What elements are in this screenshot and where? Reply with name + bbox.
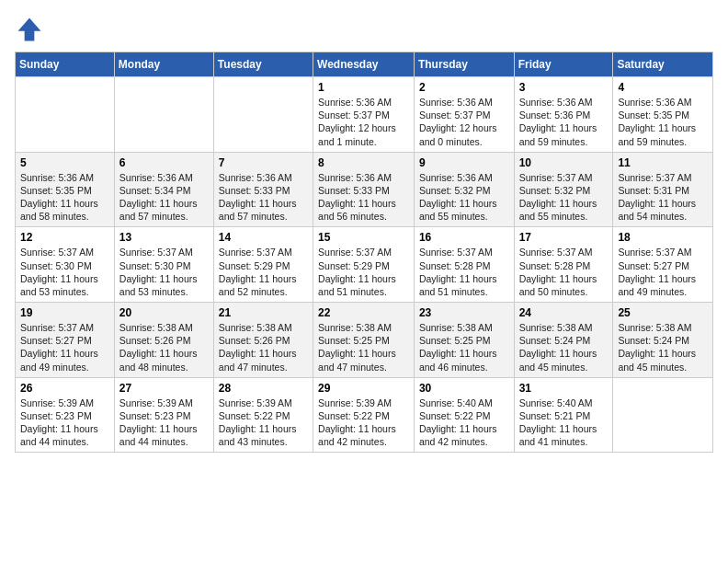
- day-info: Sunrise: 5:38 AM Sunset: 5:26 PM Dayligh…: [219, 321, 308, 373]
- day-number: 17: [519, 231, 609, 244]
- calendar-cell: 25Sunrise: 5:38 AM Sunset: 5:24 PM Dayli…: [613, 303, 713, 378]
- day-number: 28: [219, 382, 308, 395]
- day-info: Sunrise: 5:37 AM Sunset: 5:32 PM Dayligh…: [519, 171, 609, 224]
- day-number: 19: [20, 306, 109, 319]
- column-header-wednesday: Wednesday: [313, 52, 415, 77]
- calendar-cell: 21Sunrise: 5:38 AM Sunset: 5:26 PM Dayli…: [213, 303, 313, 378]
- calendar-cell: 14Sunrise: 5:37 AM Sunset: 5:29 PM Dayli…: [213, 227, 313, 303]
- calendar-cell: 5Sunrise: 5:36 AM Sunset: 5:35 PM Daylig…: [16, 152, 115, 227]
- day-info: Sunrise: 5:36 AM Sunset: 5:35 PM Dayligh…: [20, 171, 109, 224]
- day-info: Sunrise: 5:37 AM Sunset: 5:28 PM Dayligh…: [419, 246, 509, 298]
- day-number: 20: [119, 306, 209, 319]
- day-info: Sunrise: 5:36 AM Sunset: 5:37 PM Dayligh…: [318, 96, 409, 148]
- calendar-cell: 30Sunrise: 5:40 AM Sunset: 5:22 PM Dayli…: [414, 377, 514, 453]
- calendar-cell: 10Sunrise: 5:37 AM Sunset: 5:32 PM Dayli…: [514, 152, 613, 227]
- calendar-cell: 1Sunrise: 5:36 AM Sunset: 5:37 PM Daylig…: [313, 77, 415, 153]
- week-row: 26Sunrise: 5:39 AM Sunset: 5:23 PM Dayli…: [16, 377, 713, 453]
- day-number: 11: [618, 156, 708, 169]
- week-row: 1Sunrise: 5:36 AM Sunset: 5:37 PM Daylig…: [16, 77, 713, 153]
- calendar-cell: 18Sunrise: 5:37 AM Sunset: 5:27 PM Dayli…: [613, 227, 713, 303]
- calendar-cell: 13Sunrise: 5:37 AM Sunset: 5:30 PM Dayli…: [114, 227, 213, 303]
- day-number: 12: [20, 231, 109, 244]
- day-info: Sunrise: 5:37 AM Sunset: 5:30 PM Dayligh…: [20, 246, 109, 298]
- week-row: 19Sunrise: 5:37 AM Sunset: 5:27 PM Dayli…: [16, 303, 713, 378]
- calendar-header: SundayMondayTuesdayWednesdayThursdayFrid…: [16, 52, 713, 77]
- calendar-cell: 16Sunrise: 5:37 AM Sunset: 5:28 PM Dayli…: [414, 227, 514, 303]
- day-number: 21: [219, 306, 308, 319]
- day-info: Sunrise: 5:36 AM Sunset: 5:33 PM Dayligh…: [318, 171, 409, 224]
- day-number: 15: [318, 231, 409, 244]
- day-info: Sunrise: 5:40 AM Sunset: 5:22 PM Dayligh…: [419, 396, 509, 449]
- day-number: 9: [419, 156, 509, 169]
- day-number: 31: [519, 382, 609, 395]
- day-info: Sunrise: 5:38 AM Sunset: 5:24 PM Dayligh…: [618, 321, 708, 373]
- day-number: 6: [119, 156, 209, 169]
- calendar-cell: 12Sunrise: 5:37 AM Sunset: 5:30 PM Dayli…: [16, 227, 115, 303]
- day-info: Sunrise: 5:36 AM Sunset: 5:36 PM Dayligh…: [519, 96, 609, 148]
- day-number: 3: [519, 81, 609, 94]
- calendar-cell: 11Sunrise: 5:37 AM Sunset: 5:31 PM Dayli…: [613, 152, 713, 227]
- day-info: Sunrise: 5:36 AM Sunset: 5:33 PM Dayligh…: [219, 171, 308, 224]
- day-info: Sunrise: 5:38 AM Sunset: 5:26 PM Dayligh…: [119, 321, 209, 373]
- calendar-cell: [16, 77, 115, 153]
- day-number: 16: [419, 231, 509, 244]
- day-number: 5: [20, 156, 109, 169]
- day-info: Sunrise: 5:37 AM Sunset: 5:29 PM Dayligh…: [219, 246, 308, 298]
- calendar-cell: 23Sunrise: 5:38 AM Sunset: 5:25 PM Dayli…: [414, 303, 514, 378]
- day-info: Sunrise: 5:38 AM Sunset: 5:24 PM Dayligh…: [519, 321, 609, 373]
- calendar-cell: [613, 377, 713, 453]
- calendar-cell: 19Sunrise: 5:37 AM Sunset: 5:27 PM Dayli…: [16, 303, 115, 378]
- day-info: Sunrise: 5:39 AM Sunset: 5:23 PM Dayligh…: [119, 396, 209, 449]
- calendar-cell: 31Sunrise: 5:40 AM Sunset: 5:21 PM Dayli…: [514, 377, 613, 453]
- day-number: 2: [419, 81, 509, 94]
- day-number: 25: [618, 306, 708, 319]
- day-info: Sunrise: 5:39 AM Sunset: 5:22 PM Dayligh…: [318, 396, 409, 449]
- calendar-cell: 22Sunrise: 5:38 AM Sunset: 5:25 PM Dayli…: [313, 303, 415, 378]
- week-row: 12Sunrise: 5:37 AM Sunset: 5:30 PM Dayli…: [16, 227, 713, 303]
- day-number: 13: [119, 231, 209, 244]
- calendar-table: SundayMondayTuesdayWednesdayThursdayFrid…: [15, 52, 713, 453]
- day-number: 8: [318, 156, 409, 169]
- day-number: 29: [318, 382, 409, 395]
- calendar-cell: 20Sunrise: 5:38 AM Sunset: 5:26 PM Dayli…: [114, 303, 213, 378]
- calendar-cell: [114, 77, 213, 153]
- day-number: 10: [519, 156, 609, 169]
- day-number: 4: [618, 81, 708, 94]
- column-header-friday: Friday: [514, 52, 613, 77]
- day-info: Sunrise: 5:36 AM Sunset: 5:35 PM Dayligh…: [618, 96, 708, 148]
- calendar-cell: 28Sunrise: 5:39 AM Sunset: 5:22 PM Dayli…: [213, 377, 313, 453]
- logo-icon: [15, 15, 44, 44]
- day-info: Sunrise: 5:36 AM Sunset: 5:37 PM Dayligh…: [419, 96, 509, 148]
- day-info: Sunrise: 5:40 AM Sunset: 5:21 PM Dayligh…: [519, 396, 609, 449]
- day-number: 23: [419, 306, 509, 319]
- day-info: Sunrise: 5:37 AM Sunset: 5:28 PM Dayligh…: [519, 246, 609, 298]
- column-header-saturday: Saturday: [613, 52, 713, 77]
- header-row: SundayMondayTuesdayWednesdayThursdayFrid…: [16, 52, 713, 77]
- calendar-cell: 8Sunrise: 5:36 AM Sunset: 5:33 PM Daylig…: [313, 152, 415, 227]
- calendar-cell: 26Sunrise: 5:39 AM Sunset: 5:23 PM Dayli…: [16, 377, 115, 453]
- day-number: 24: [519, 306, 609, 319]
- day-info: Sunrise: 5:37 AM Sunset: 5:27 PM Dayligh…: [20, 321, 109, 373]
- day-info: Sunrise: 5:37 AM Sunset: 5:31 PM Dayligh…: [618, 171, 708, 224]
- calendar-cell: 9Sunrise: 5:36 AM Sunset: 5:32 PM Daylig…: [414, 152, 514, 227]
- calendar-cell: 27Sunrise: 5:39 AM Sunset: 5:23 PM Dayli…: [114, 377, 213, 453]
- day-info: Sunrise: 5:37 AM Sunset: 5:30 PM Dayligh…: [119, 246, 209, 298]
- calendar-cell: 6Sunrise: 5:36 AM Sunset: 5:34 PM Daylig…: [114, 152, 213, 227]
- day-number: 1: [318, 81, 409, 94]
- logo: [15, 15, 48, 44]
- column-header-tuesday: Tuesday: [213, 52, 313, 77]
- day-info: Sunrise: 5:39 AM Sunset: 5:23 PM Dayligh…: [20, 396, 109, 449]
- day-number: 27: [119, 382, 209, 395]
- column-header-sunday: Sunday: [16, 52, 115, 77]
- day-number: 26: [20, 382, 109, 395]
- calendar-cell: 24Sunrise: 5:38 AM Sunset: 5:24 PM Dayli…: [514, 303, 613, 378]
- calendar-cell: 29Sunrise: 5:39 AM Sunset: 5:22 PM Dayli…: [313, 377, 415, 453]
- column-header-thursday: Thursday: [414, 52, 514, 77]
- calendar-cell: 2Sunrise: 5:36 AM Sunset: 5:37 PM Daylig…: [414, 77, 514, 153]
- day-number: 14: [219, 231, 308, 244]
- day-number: 18: [618, 231, 708, 244]
- day-info: Sunrise: 5:36 AM Sunset: 5:34 PM Dayligh…: [119, 171, 209, 224]
- day-info: Sunrise: 5:36 AM Sunset: 5:32 PM Dayligh…: [419, 171, 509, 224]
- week-row: 5Sunrise: 5:36 AM Sunset: 5:35 PM Daylig…: [16, 152, 713, 227]
- calendar-cell: [213, 77, 313, 153]
